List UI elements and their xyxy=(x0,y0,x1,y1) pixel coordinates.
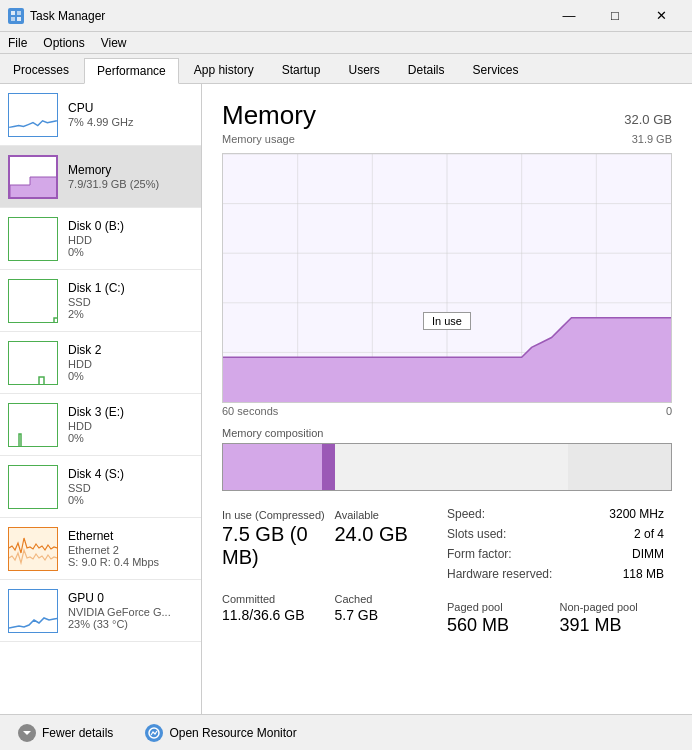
sidebar-item-disk1[interactable]: Disk 1 (C:) SSD 2% xyxy=(0,270,201,332)
minimize-button[interactable]: — xyxy=(546,0,592,32)
svg-marker-4 xyxy=(10,177,58,199)
tab-services[interactable]: Services xyxy=(460,57,532,83)
detail-title: Memory xyxy=(222,100,316,131)
paged-label: Paged pool xyxy=(447,601,560,613)
bottom-bar: Fewer details Open Resource Monitor xyxy=(0,714,692,750)
sidebar-item-disk4[interactable]: Disk 4 (S:) SSD 0% xyxy=(0,456,201,518)
gpu0-thumbnail xyxy=(8,589,58,633)
disk4-value: 0% xyxy=(68,494,193,506)
disk4-title: Disk 4 (S:) xyxy=(68,467,193,481)
disk3-value: 0% xyxy=(68,432,193,444)
gpu0-info: GPU 0 NVIDIA GeForce G... 23% (33 °C) xyxy=(68,591,193,630)
gpu0-title: GPU 0 xyxy=(68,591,193,605)
form-value: DIMM xyxy=(560,545,673,563)
cpu-thumbnail xyxy=(8,93,58,137)
open-resource-monitor-button[interactable]: Open Resource Monitor xyxy=(139,720,302,746)
disk1-title: Disk 1 (C:) xyxy=(68,281,193,295)
disk4-info: Disk 4 (S:) SSD 0% xyxy=(68,467,193,506)
disk1-value: 2% xyxy=(68,308,193,320)
slots-value: 2 of 4 xyxy=(560,525,673,543)
chart-labels-top: Memory usage 31.9 GB xyxy=(222,133,672,145)
stat-cached: Cached 5.7 GB xyxy=(335,589,448,640)
chart-time-labels: 60 seconds 0 xyxy=(222,405,672,417)
nonpaged-value: 391 MB xyxy=(560,615,673,636)
gpu0-value: 23% (33 °C) xyxy=(68,618,193,630)
svg-rect-2 xyxy=(11,17,15,21)
speed-label: Speed: xyxy=(447,505,560,523)
close-button[interactable]: ✕ xyxy=(638,0,684,32)
hardware-value: 118 MB xyxy=(560,565,673,583)
svg-rect-3 xyxy=(17,17,21,21)
menu-file[interactable]: File xyxy=(0,34,35,51)
disk0-type: HDD xyxy=(68,234,193,246)
svg-rect-1 xyxy=(17,11,21,15)
sidebar: CPU 7% 4.99 GHz Memory 7.9/31.9 GB (25%) xyxy=(0,84,202,714)
tab-app-history[interactable]: App history xyxy=(181,57,267,83)
stat-nonpaged: Non-paged pool 391 MB xyxy=(560,597,673,640)
disk3-type: HDD xyxy=(68,420,193,432)
fewer-details-label: Fewer details xyxy=(42,726,113,740)
detail-panel: Memory 32.0 GB Memory usage 31.9 GB xyxy=(202,84,692,714)
tab-startup[interactable]: Startup xyxy=(269,57,334,83)
ethernet-info: Ethernet Ethernet 2 S: 9.0 R: 0.4 Mbps xyxy=(68,529,193,568)
composition-section: Memory composition xyxy=(222,427,672,491)
menu-options[interactable]: Options xyxy=(35,34,92,51)
title-bar: Task Manager — □ ✕ xyxy=(0,0,692,32)
disk2-info: Disk 2 HDD 0% xyxy=(68,343,193,382)
disk0-info: Disk 0 (B:) HDD 0% xyxy=(68,219,193,258)
stat-inuse: In use (Compressed) 7.5 GB (0 MB) xyxy=(222,505,335,583)
cached-label: Cached xyxy=(335,593,448,605)
ethernet-subtitle: Ethernet 2 xyxy=(68,544,193,556)
disk2-type: HDD xyxy=(68,358,193,370)
disk4-thumbnail xyxy=(8,465,58,509)
sidebar-item-memory[interactable]: Memory 7.9/31.9 GB (25%) xyxy=(0,146,201,208)
tab-users[interactable]: Users xyxy=(335,57,392,83)
fewer-details-button[interactable]: Fewer details xyxy=(12,720,119,746)
nonpaged-label: Non-paged pool xyxy=(560,601,673,613)
memory-thumbnail xyxy=(8,155,58,199)
sidebar-item-cpu[interactable]: CPU 7% 4.99 GHz xyxy=(0,84,201,146)
comp-modified-bar xyxy=(322,444,335,490)
disk0-thumbnail xyxy=(8,217,58,261)
inuse-value: 7.5 GB (0 MB) xyxy=(222,523,335,569)
ethernet-value: S: 9.0 R: 0.4 Mbps xyxy=(68,556,193,568)
svg-rect-0 xyxy=(11,11,15,15)
sidebar-item-gpu0[interactable]: GPU 0 NVIDIA GeForce G... 23% (33 °C) xyxy=(0,580,201,642)
sidebar-item-disk3[interactable]: Disk 3 (E:) HDD 0% xyxy=(0,394,201,456)
detail-total: 32.0 GB xyxy=(624,112,672,127)
ethernet-title: Ethernet xyxy=(68,529,193,543)
stat-committed: Committed 11.8/36.6 GB xyxy=(222,589,335,640)
cached-value: 5.7 GB xyxy=(335,607,448,623)
chart-zero-label: 0 xyxy=(666,405,672,417)
tab-details[interactable]: Details xyxy=(395,57,458,83)
memory-title: Memory xyxy=(68,163,193,177)
inuse-label: In use (Compressed) xyxy=(222,509,335,521)
memory-subtitle: 7.9/31.9 GB (25%) xyxy=(68,178,193,190)
composition-bar xyxy=(222,443,672,491)
maximize-button[interactable]: □ xyxy=(592,0,638,32)
sidebar-item-ethernet[interactable]: Ethernet Ethernet 2 S: 9.0 R: 0.4 Mbps xyxy=(0,518,201,580)
paged-value: 560 MB xyxy=(447,615,560,636)
stat-paged: Paged pool 560 MB xyxy=(447,597,560,640)
sidebar-item-disk2[interactable]: Disk 2 HDD 0% xyxy=(0,332,201,394)
disk1-thumbnail xyxy=(8,279,58,323)
main-content: CPU 7% 4.99 GHz Memory 7.9/31.9 GB (25%) xyxy=(0,84,692,714)
available-label: Available xyxy=(335,509,448,521)
cpu-info: CPU 7% 4.99 GHz xyxy=(68,101,193,128)
disk2-value: 0% xyxy=(68,370,193,382)
chart-usage-label: Memory usage xyxy=(222,133,295,145)
comp-inuse-bar xyxy=(223,444,322,490)
stats-section: In use (Compressed) 7.5 GB (0 MB) Availa… xyxy=(222,505,672,640)
sidebar-item-disk0[interactable]: Disk 0 (B:) HDD 0% xyxy=(0,208,201,270)
svg-marker-18 xyxy=(23,731,31,735)
fewer-icon xyxy=(18,724,36,742)
chart-wrapper: Memory usage 31.9 GB xyxy=(222,133,672,417)
menu-view[interactable]: View xyxy=(93,34,135,51)
committed-value: 11.8/36.6 GB xyxy=(222,607,335,623)
composition-label: Memory composition xyxy=(222,427,672,439)
disk0-value: 0% xyxy=(68,246,193,258)
ethernet-thumbnail xyxy=(8,527,58,571)
disk2-title: Disk 2 xyxy=(68,343,193,357)
tab-performance[interactable]: Performance xyxy=(84,58,179,84)
tab-processes[interactable]: Processes xyxy=(0,57,82,83)
